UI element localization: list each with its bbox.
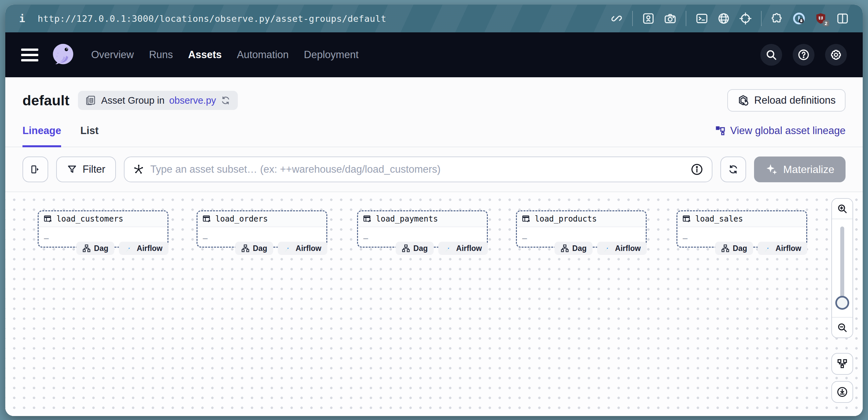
asset-name: load_sales	[695, 214, 743, 224]
airflow-icon	[284, 244, 292, 253]
badge-prefix: Asset Group in	[101, 95, 164, 106]
dag-icon	[721, 244, 730, 253]
toolbar-separator	[761, 11, 762, 26]
zoom-slider-thumb[interactable]	[835, 296, 849, 310]
page-info-icon[interactable]: i	[19, 13, 25, 25]
open-panel-button[interactable]	[23, 157, 48, 182]
tag-airflow[interactable]: Airflow	[438, 242, 488, 255]
zoom-panel	[831, 198, 853, 338]
table-asset-icon	[202, 214, 211, 224]
asset-group-page: default Asset Group in observe.py Reload…	[5, 77, 863, 416]
dag-icon	[560, 244, 569, 253]
tag-airflow[interactable]: Airflow	[278, 242, 327, 255]
lineage-toolbar: Filter Materialize	[5, 147, 863, 192]
tag-label: Airflow	[296, 244, 321, 253]
filter-button[interactable]: Filter	[56, 157, 116, 182]
password-manager-icon[interactable]	[793, 12, 805, 25]
airflow-icon	[125, 244, 133, 253]
shield-badge-count: 2	[823, 20, 829, 26]
app-nav-bar: Overview Runs Assets Automation Deployme…	[5, 32, 863, 77]
asset-tags: Dag Airflow	[196, 242, 327, 255]
table-asset-icon	[682, 214, 691, 224]
tag-label: Dag	[733, 244, 747, 253]
media-icon[interactable]	[642, 12, 655, 25]
rearrange-graph-button[interactable]	[831, 353, 853, 375]
tag-airflow[interactable]: Airflow	[119, 242, 168, 255]
zoom-out-button[interactable]	[832, 317, 852, 337]
tab-list[interactable]: List	[80, 125, 98, 147]
view-global-asset-lineage-link[interactable]: View global asset lineage	[715, 125, 845, 147]
link-icon[interactable]	[610, 12, 623, 25]
dag-icon	[402, 244, 410, 253]
tag-dag[interactable]: Dag	[76, 242, 114, 255]
code-location-link[interactable]: observe.py	[169, 95, 216, 106]
reload-definitions-label: Reload definitions	[754, 94, 836, 106]
terminal-icon[interactable]	[695, 12, 708, 25]
dagster-logo[interactable]	[51, 42, 75, 67]
asset-tags: Dag Airflow	[38, 242, 168, 255]
info-icon[interactable]	[691, 163, 703, 176]
menu-icon[interactable]	[21, 49, 38, 61]
view-global-asset-lineage-label: View global asset lineage	[730, 125, 845, 137]
refresh-button[interactable]	[720, 157, 746, 182]
tag-label: Airflow	[456, 244, 482, 253]
tabs-row: Lineage List View global asset lineage	[5, 125, 863, 147]
filter-label: Filter	[83, 163, 105, 175]
table-asset-icon	[522, 214, 531, 224]
asset-name: load_products	[535, 214, 597, 224]
lineage-canvas[interactable]: load_customers – Dag Airflow load_order	[5, 192, 863, 416]
globe-icon[interactable]	[717, 12, 730, 25]
nav-item-automation[interactable]: Automation	[237, 49, 289, 61]
airflow-icon	[764, 244, 772, 253]
toolbar-separator	[632, 11, 633, 26]
asset-name: load_orders	[215, 214, 268, 224]
shield-icon[interactable]: 2	[814, 12, 827, 25]
tag-airflow[interactable]: Airflow	[758, 242, 807, 255]
tag-airflow[interactable]: Airflow	[597, 242, 647, 255]
tag-dag[interactable]: Dag	[235, 242, 273, 255]
reload-definitions-button[interactable]: Reload definitions	[727, 89, 845, 111]
tag-dag[interactable]: Dag	[396, 242, 434, 255]
puzzle-icon[interactable]	[771, 12, 783, 25]
table-asset-icon	[363, 214, 372, 224]
asset-group-badge: Asset Group in observe.py	[78, 91, 238, 110]
tag-label: Airflow	[776, 244, 801, 253]
nav-item-overview[interactable]: Overview	[91, 49, 134, 61]
toolbar-separator	[686, 11, 686, 26]
page-title: default	[23, 92, 69, 109]
split-view-icon[interactable]	[836, 12, 849, 25]
zoom-in-button[interactable]	[832, 199, 852, 219]
airflow-icon	[603, 244, 612, 253]
crosshair-icon[interactable]	[739, 12, 752, 25]
browser-address-bar[interactable]: i http://127.0.0.1:3000/locations/observ…	[5, 5, 863, 32]
url-text[interactable]: http://127.0.0.1:3000/locations/observe.…	[38, 13, 386, 24]
tag-label: Airflow	[615, 244, 641, 253]
asset-subset-searchbar[interactable]	[124, 157, 712, 182]
nav-item-deployment[interactable]: Deployment	[304, 49, 359, 61]
tag-label: Dag	[253, 244, 267, 253]
camera-icon[interactable]	[664, 12, 676, 25]
tag-label: Dag	[94, 244, 108, 253]
asset-subset-input[interactable]	[150, 163, 685, 175]
download-image-button[interactable]	[831, 381, 853, 403]
gear-icon[interactable]	[825, 44, 847, 66]
airflow-icon	[444, 244, 453, 253]
nav-item-assets[interactable]: Assets	[188, 49, 222, 61]
zoom-slider[interactable]	[832, 219, 852, 317]
table-asset-icon	[43, 214, 53, 224]
tag-dag[interactable]: Dag	[715, 242, 753, 255]
materialize-button[interactable]: Materialize	[754, 157, 845, 182]
sync-icon[interactable]	[221, 95, 230, 105]
dag-icon	[241, 244, 250, 253]
page-header: default Asset Group in observe.py Reload…	[5, 77, 863, 111]
help-icon[interactable]	[793, 44, 814, 66]
asset-tags: Dag Airflow	[357, 242, 488, 255]
search-icon[interactable]	[760, 44, 782, 66]
tag-label: Airflow	[137, 244, 162, 253]
tab-lineage[interactable]: Lineage	[23, 125, 61, 147]
tag-dag[interactable]: Dag	[555, 242, 593, 255]
tag-label: Dag	[413, 244, 428, 253]
nav-item-runs[interactable]: Runs	[149, 49, 173, 61]
dag-icon	[82, 244, 91, 253]
asset-tags: Dag Airflow	[516, 242, 647, 255]
